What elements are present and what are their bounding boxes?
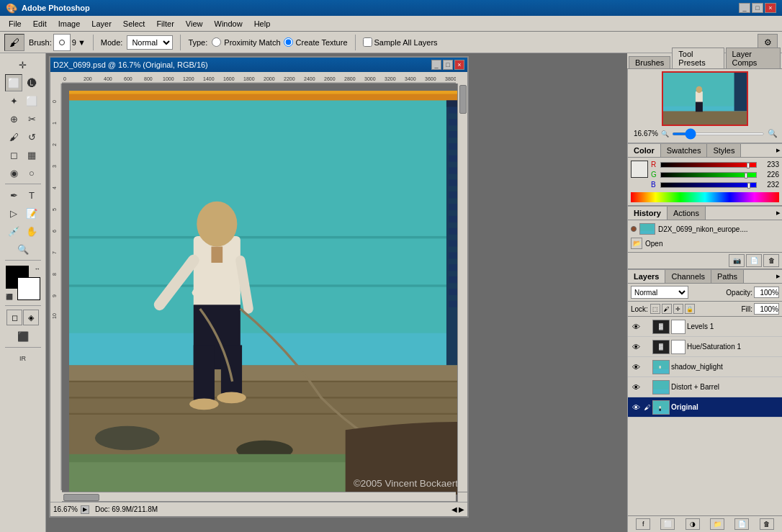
maximize-button[interactable]: □ [752, 3, 763, 13]
layer-mask-button[interactable]: ⬜ [660, 518, 675, 530]
menu-select[interactable]: Select [117, 18, 151, 30]
menu-window[interactable]: Window [209, 18, 248, 30]
doc-minimize[interactable]: _ [431, 60, 441, 70]
zoom-in-icon[interactable]: 🔍 [768, 129, 778, 138]
color-spectrum[interactable] [631, 192, 779, 202]
layer-item-shadow[interactable]: 👁 shadow_higlight [628, 357, 782, 377]
history-brush-tool[interactable]: ↺ [23, 128, 40, 145]
notes-tool[interactable]: 📝 [23, 204, 40, 222]
color-foreground-swatch[interactable] [631, 161, 648, 178]
layer-eye-huesat[interactable]: 👁 [631, 342, 641, 352]
history-menu[interactable]: ▸ [775, 207, 782, 220]
zoom-tool[interactable]: 🔍 [14, 240, 32, 258]
history-new-btn[interactable]: 📄 [746, 254, 762, 267]
brush-preview[interactable] [53, 34, 71, 51]
menu-file[interactable]: File [3, 18, 27, 30]
sample-all-checkbox[interactable] [363, 37, 372, 47]
layer-eye-levels[interactable]: 👁 [631, 322, 641, 332]
document-controls[interactable]: _ □ × [431, 60, 464, 70]
background-color[interactable] [17, 277, 40, 300]
tab-tool-presets[interactable]: Tool Presets [672, 48, 724, 68]
b-slider-thumb[interactable] [747, 183, 750, 189]
reset-colors[interactable]: ⬛ [6, 294, 13, 300]
standard-mode[interactable]: ◻ [6, 310, 22, 325]
clone-tool[interactable]: ✂ [23, 110, 40, 127]
nav-arrows[interactable]: ◀ ▶ [451, 505, 464, 513]
menu-layer[interactable]: Layer [86, 18, 117, 30]
tab-channels[interactable]: Channels [665, 270, 711, 283]
lock-all-icon[interactable]: 🔒 [685, 304, 695, 314]
color-menu[interactable]: ▸ [775, 144, 782, 157]
layer-item-huesat[interactable]: 👁 ▓ Hue/Saturation 1 [628, 337, 782, 357]
tab-layers[interactable]: Layers [628, 270, 665, 283]
eraser-tool[interactable]: ◻ [5, 146, 22, 163]
move-tool[interactable]: ✛ [14, 56, 32, 73]
v-scrollbar-thumb[interactable] [459, 85, 467, 114]
screen-mode[interactable]: ⬛ [14, 328, 32, 345]
marquee-tool[interactable]: ⬜ [5, 74, 22, 91]
r-slider-thumb[interactable] [747, 163, 750, 168]
menu-edit[interactable]: Edit [27, 18, 53, 30]
magic-wand-tool[interactable]: ✦ [5, 92, 22, 109]
layer-adj-button[interactable]: ◑ [686, 518, 700, 530]
history-snapshot-btn[interactable]: 📷 [729, 254, 745, 267]
opacity-input[interactable] [754, 287, 779, 298]
layer-delete-button[interactable]: 🗑 [760, 518, 774, 530]
brush-tool[interactable]: 🖌 [5, 128, 22, 145]
close-button[interactable]: × [765, 3, 776, 13]
type-tool[interactable]: T [23, 186, 40, 204]
layer-eye-original[interactable]: 👁 [631, 402, 641, 412]
layer-group-button[interactable]: 📁 [710, 518, 724, 530]
tab-history[interactable]: History [628, 207, 668, 220]
history-item-0[interactable]: D2X_0699_nikon_europe.... [628, 222, 782, 236]
minimize-button[interactable]: _ [739, 3, 750, 13]
history-delete-btn[interactable]: 🗑 [763, 254, 779, 267]
tab-color[interactable]: Color [628, 144, 661, 157]
fill-input[interactable] [754, 303, 779, 315]
zoom-info-btn[interactable]: ▶ [81, 505, 89, 514]
history-item-1[interactable]: 📂 Open [628, 236, 782, 251]
doc-close[interactable]: × [454, 60, 464, 70]
zoom-slider[interactable] [672, 132, 765, 135]
healing-tool[interactable]: ⊕ [5, 110, 22, 127]
menu-image[interactable]: Image [53, 18, 86, 30]
path-tool[interactable]: ▷ [5, 204, 22, 222]
layers-menu[interactable]: ▸ [775, 270, 782, 283]
tab-brushes[interactable]: Brushes [629, 56, 670, 68]
layer-eye-shadow[interactable]: 👁 [631, 362, 641, 372]
g-slider-thumb[interactable] [745, 173, 747, 179]
hand-tool[interactable]: ✋ [23, 222, 40, 240]
menu-view[interactable]: View [180, 18, 209, 30]
blend-mode-select[interactable]: Normal Multiply Screen [631, 286, 688, 299]
blur-tool[interactable]: ◉ [5, 164, 22, 181]
pen-tool[interactable]: ✒ [5, 186, 22, 204]
vertical-scrollbar[interactable] [457, 84, 467, 492]
lock-position-icon[interactable]: ✛ [673, 304, 683, 314]
zoom-out-icon[interactable]: 🔍 [661, 130, 669, 137]
texture-radio[interactable] [284, 37, 293, 47]
document-content[interactable]: ©2005 Vincent Bockaert 123di... [62, 84, 467, 502]
dodge-tool[interactable]: ○ [23, 164, 40, 181]
tab-styles[interactable]: Styles [707, 144, 741, 157]
eyedropper-tool[interactable]: 💉 [5, 222, 22, 240]
lock-transparent-icon[interactable]: ⬚ [650, 304, 660, 314]
quickmask-mode[interactable]: ◈ [23, 310, 39, 325]
crop-tool[interactable]: ⬜ [23, 92, 40, 109]
layer-eye-distort[interactable]: 👁 [631, 382, 641, 392]
layer-item-original[interactable]: 👁 🖌 Original [628, 397, 782, 418]
tab-swatches[interactable]: Swatches [661, 144, 708, 157]
mode-select[interactable]: Normal Multiply Screen [127, 35, 173, 50]
tab-actions[interactable]: Actions [668, 207, 706, 220]
h-scrollbar-thumb[interactable] [63, 494, 99, 501]
gradient-tool[interactable]: ▦ [23, 146, 40, 163]
imageready-button[interactable]: IR [6, 350, 40, 367]
doc-maximize[interactable]: □ [443, 60, 453, 70]
layer-item-distort[interactable]: 👁 Distort + Barrel [628, 377, 782, 397]
menu-filter[interactable]: Filter [150, 18, 179, 30]
menu-help[interactable]: Help [248, 18, 277, 30]
tab-layer-comps[interactable]: Layer Comps [726, 48, 781, 68]
window-controls[interactable]: _ □ × [739, 3, 776, 13]
layer-fx-button[interactable]: f [636, 518, 650, 530]
horizontal-scrollbar[interactable] [62, 492, 456, 502]
lasso-tool[interactable]: 🅛 [23, 74, 40, 91]
